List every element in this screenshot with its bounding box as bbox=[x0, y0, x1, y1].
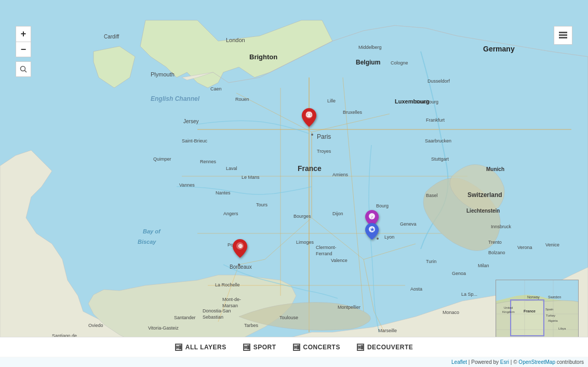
svg-text:Tarbes: Tarbes bbox=[244, 323, 259, 328]
all-layers-checkbox[interactable] bbox=[175, 344, 182, 351]
concerts-label: CONCERTS bbox=[303, 344, 340, 351]
svg-text:Amiens: Amiens bbox=[332, 172, 349, 177]
decouverte-checkbox[interactable] bbox=[357, 344, 364, 351]
svg-text:Liechtenstein: Liechtenstein bbox=[466, 208, 500, 214]
svg-text:Laval: Laval bbox=[226, 166, 237, 171]
svg-text:France: France bbox=[524, 309, 536, 313]
svg-text:Dijon: Dijon bbox=[332, 211, 343, 216]
map-container[interactable]: Brighton Plymouth Cardiff London Middelb… bbox=[0, 0, 588, 367]
svg-rect-129 bbox=[177, 346, 179, 348]
lyon-decouverte-marker[interactable]: ★ bbox=[365, 223, 379, 242]
svg-text:Algeria: Algeria bbox=[548, 319, 558, 322]
svg-text:Milan: Milan bbox=[478, 263, 489, 268]
search-button[interactable] bbox=[16, 61, 31, 77]
svg-text:Santander: Santander bbox=[174, 315, 196, 320]
svg-point-98 bbox=[238, 264, 240, 266]
map-attribution: Leaflet | Powered by Esri | © OpenStreet… bbox=[0, 357, 588, 367]
svg-text:♪: ♪ bbox=[371, 214, 373, 219]
svg-text:Toulouse: Toulouse bbox=[279, 315, 298, 320]
svg-text:Donostia-San: Donostia-San bbox=[203, 308, 231, 313]
svg-text:Montpellier: Montpellier bbox=[338, 305, 360, 310]
svg-rect-101 bbox=[559, 34, 567, 36]
legend-concerts[interactable]: CONCERTS bbox=[293, 344, 340, 351]
search-icon bbox=[20, 65, 27, 73]
svg-text:Lyon: Lyon bbox=[384, 234, 394, 240]
svg-text:Vannes: Vannes bbox=[179, 182, 195, 188]
svg-text:Turkey: Turkey bbox=[546, 314, 555, 317]
osm-link[interactable]: OpenStreetMap bbox=[518, 359, 555, 365]
svg-text:Cologne: Cologne bbox=[391, 60, 408, 65]
sport-checkbox[interactable] bbox=[243, 344, 250, 351]
svg-text:Bordeaux: Bordeaux bbox=[230, 264, 252, 270]
svg-rect-102 bbox=[559, 32, 567, 33]
map-controls: + − bbox=[16, 26, 31, 77]
svg-text:La Sp...: La Sp... bbox=[461, 292, 477, 297]
svg-rect-133 bbox=[295, 346, 297, 348]
legend-sport[interactable]: SPORT bbox=[243, 344, 276, 351]
svg-rect-103 bbox=[559, 37, 567, 38]
svg-text:France: France bbox=[298, 164, 322, 173]
svg-text:Venice: Venice bbox=[545, 242, 559, 247]
svg-text:Belgium: Belgium bbox=[356, 59, 380, 66]
legend-decouverte[interactable]: DECOUVERTE bbox=[357, 344, 413, 351]
svg-text:Libya: Libya bbox=[558, 327, 566, 330]
powered-by-text: | Powered by bbox=[469, 359, 499, 365]
svg-text:Valence: Valence bbox=[331, 258, 348, 263]
layers-icon bbox=[558, 30, 568, 41]
svg-text:Ferrand: Ferrand bbox=[316, 251, 332, 256]
svg-text:Angers: Angers bbox=[223, 211, 238, 216]
concerts-checkbox[interactable] bbox=[293, 344, 300, 351]
svg-text:Sweden: Sweden bbox=[548, 295, 561, 299]
svg-text:Limoges: Limoges bbox=[296, 240, 314, 245]
sport-label: SPORT bbox=[253, 344, 276, 351]
esri-link[interactable]: Esri bbox=[500, 359, 509, 365]
svg-text:Biscay: Biscay bbox=[138, 239, 156, 245]
svg-text:Germany: Germany bbox=[483, 45, 515, 53]
bordeaux-marker[interactable]: ⊕ bbox=[233, 239, 247, 260]
svg-text:La Rochelle: La Rochelle bbox=[215, 282, 240, 287]
svg-text:Cardiff: Cardiff bbox=[104, 34, 119, 40]
svg-text:Aosta: Aosta bbox=[410, 286, 422, 292]
svg-text:Spain: Spain bbox=[545, 308, 553, 311]
svg-text:Sebastian: Sebastian bbox=[203, 314, 223, 320]
all-layers-label: ALL LAYERS bbox=[185, 344, 226, 351]
leaflet-link[interactable]: Leaflet bbox=[451, 359, 467, 365]
svg-text:United: United bbox=[504, 306, 513, 309]
layer-control-button[interactable] bbox=[554, 26, 572, 45]
svg-text:Paris: Paris bbox=[317, 133, 331, 140]
svg-text:Rouen: Rouen bbox=[235, 97, 249, 102]
legend-all-layers[interactable]: ALL LAYERS bbox=[175, 344, 226, 351]
contributors-text: contributors bbox=[557, 359, 584, 365]
svg-text:Clermont-: Clermont- bbox=[316, 245, 337, 250]
svg-point-96 bbox=[311, 134, 313, 136]
svg-text:Frankfurt: Frankfurt bbox=[426, 117, 445, 123]
svg-text:Mont-de-: Mont-de- bbox=[222, 297, 241, 302]
paris-marker[interactable]: ⊕ bbox=[302, 108, 316, 129]
zoom-out-button[interactable]: − bbox=[16, 42, 31, 57]
svg-text:Trento: Trento bbox=[488, 240, 502, 245]
svg-text:Nantes: Nantes bbox=[216, 190, 231, 195]
svg-text:Bolzano: Bolzano bbox=[488, 250, 505, 255]
svg-text:Jersey: Jersey bbox=[183, 119, 198, 124]
legend-bar: ALL LAYERS SPORT CONCERTS DECOUVERTE bbox=[0, 337, 588, 357]
svg-text:Caen: Caen bbox=[210, 86, 222, 91]
svg-text:Rennes: Rennes bbox=[200, 159, 217, 164]
svg-text:Monaco: Monaco bbox=[443, 310, 459, 315]
svg-text:Switzerland: Switzerland bbox=[467, 191, 502, 199]
svg-text:⊕: ⊕ bbox=[238, 243, 243, 249]
pipe-text: | © bbox=[511, 359, 517, 365]
svg-text:Verona: Verona bbox=[517, 245, 532, 250]
svg-text:Basel: Basel bbox=[426, 193, 438, 198]
svg-text:Saarbrucken: Saarbrucken bbox=[425, 138, 451, 143]
zoom-in-button[interactable]: + bbox=[16, 26, 31, 42]
svg-text:Stuttgart: Stuttgart bbox=[431, 156, 449, 162]
svg-point-99 bbox=[21, 67, 25, 71]
svg-line-100 bbox=[25, 71, 27, 73]
svg-text:Marsan: Marsan bbox=[222, 303, 238, 308]
svg-text:Strasbourg: Strasbourg bbox=[416, 99, 438, 104]
svg-text:English Channel: English Channel bbox=[151, 95, 200, 102]
svg-text:Norway: Norway bbox=[527, 295, 540, 299]
svg-text:Plymouth: Plymouth bbox=[151, 71, 175, 77]
svg-rect-135 bbox=[358, 346, 360, 348]
svg-text:Oviedo: Oviedo bbox=[88, 323, 103, 328]
